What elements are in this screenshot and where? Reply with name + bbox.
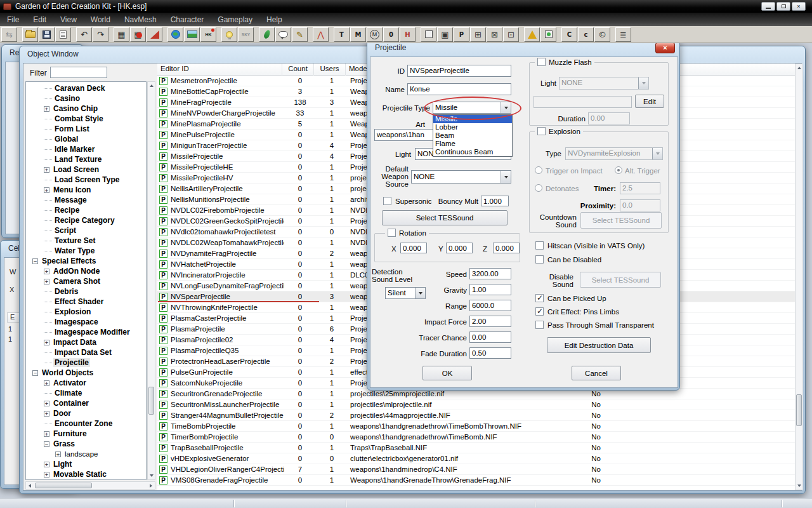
tree-item-load-screen-type[interactable]: Load Screen Type	[26, 175, 146, 185]
name-field[interactable]: Копье	[407, 83, 511, 95]
tree-horizontal-scrollbar[interactable]	[25, 481, 155, 490]
filter-zero-button[interactable]: 0	[383, 27, 399, 42]
can-be-disabled-checkbox[interactable]	[535, 255, 544, 264]
cube-green-button[interactable]	[540, 27, 556, 42]
filter-m-circle-button[interactable]: M	[367, 27, 383, 42]
redo-button[interactable]: ↷	[93, 27, 108, 42]
tree-item-caravan-deck[interactable]: Caravan Deck	[26, 83, 146, 93]
undo-button[interactable]: ↶	[76, 27, 92, 42]
close-button[interactable]: ×	[792, 2, 806, 11]
landscape-editing-button[interactable]	[184, 27, 200, 42]
cube-button[interactable]	[421, 27, 436, 42]
expand-icon[interactable]: +	[44, 187, 49, 193]
expand-icon[interactable]: +	[55, 451, 61, 457]
fade-duration-field[interactable]: 0.50	[469, 347, 511, 359]
ok-button[interactable]: OK	[422, 366, 472, 380]
expand-icon[interactable]: +	[44, 472, 49, 478]
list-button[interactable]: ≣	[615, 27, 631, 42]
rotation-x-field[interactable]: 0.000	[400, 243, 427, 253]
cube-x-button[interactable]: ⊠	[487, 27, 502, 42]
tree-item-imagespace[interactable]: Imagespace	[26, 317, 146, 327]
dialog-close-button[interactable]: ×	[655, 43, 675, 53]
option-flame[interactable]: Flame	[433, 140, 512, 148]
grass-button[interactable]	[259, 27, 275, 42]
rotation-y-field[interactable]: 0.000	[446, 243, 473, 253]
expand-icon[interactable]: +	[44, 411, 49, 417]
tree-item-furniture[interactable]: +Furniture	[26, 429, 146, 439]
table-vertical-scrollbar[interactable]	[795, 64, 803, 490]
speed-field[interactable]: 3200.00	[469, 268, 511, 279]
tree-item-land-texture[interactable]: Land Texture	[26, 154, 146, 164]
scroll-down-icon[interactable]	[148, 472, 155, 479]
filter-c-small-button[interactable]: c	[578, 27, 594, 42]
column-header-editor-id[interactable]: Editor ID	[157, 64, 282, 76]
tree-item-recipe-category[interactable]: Recipe Category	[26, 215, 146, 225]
tree-item-global[interactable]: Global	[26, 134, 146, 144]
collapse-icon[interactable]: −	[44, 441, 49, 447]
scroll-up-icon[interactable]	[796, 64, 802, 72]
tree-item-load-screen[interactable]: +Load Screen	[26, 164, 146, 175]
collapse-icon[interactable]: −	[32, 258, 38, 264]
tree-item-addon-node[interactable]: +AddOn Node	[26, 266, 146, 276]
menu-gameplay[interactable]: Gameplay	[211, 15, 259, 24]
tree-item-form-list[interactable]: Form List	[26, 124, 146, 134]
tree-item-combat-style[interactable]: Combat Style	[26, 114, 146, 124]
tree-item-climate[interactable]: Climate	[26, 388, 146, 398]
supersonic-checkbox[interactable]	[383, 197, 391, 205]
menu-character[interactable]: Character	[164, 15, 211, 24]
cone-button[interactable]	[524, 27, 540, 42]
tree-item-explosion[interactable]: Explosion	[26, 307, 146, 317]
open-file-button[interactable]	[22, 27, 38, 42]
tree-item-container[interactable]: +Container	[26, 398, 146, 408]
select-tessound-button[interactable]: Select TESSound	[382, 210, 508, 225]
version-control-button[interactable]: ⇆	[1, 27, 17, 42]
tracer-chance-field[interactable]: 0.00	[469, 331, 511, 343]
tree-item-impact-data-set[interactable]: Impact Data Set	[26, 347, 146, 358]
column-header-users[interactable]: Users	[314, 64, 346, 76]
tree-item-projectile[interactable]: Projectile	[26, 358, 146, 368]
tree-item-water-type[interactable]: Water Type	[26, 246, 146, 256]
tree-item-casino[interactable]: Casino	[26, 93, 146, 104]
filter-h-button[interactable]: H	[400, 27, 416, 42]
expand-icon[interactable]: +	[44, 106, 49, 112]
expand-icon[interactable]: +	[44, 279, 49, 284]
edit-destruction-data-button[interactable]: Edit Destruction Data	[547, 337, 651, 353]
column-header-count[interactable]: Count	[282, 64, 314, 76]
hitscan-checkbox[interactable]	[535, 241, 544, 250]
save-button[interactable]	[39, 27, 55, 42]
option-continuous-beam[interactable]: Continuous Beam	[433, 148, 512, 156]
menu-edit[interactable]: Edit	[26, 15, 53, 24]
expand-icon[interactable]: +	[44, 401, 49, 406]
tree-item-recipe[interactable]: Recipe	[26, 205, 146, 215]
table-row-stranger44magnumbulletprojectile[interactable]: PStranger44MagnumBulletProjectile02proje…	[157, 410, 795, 421]
option-lobber[interactable]: Lobber	[433, 123, 512, 131]
tree-item-idle-marker[interactable]: Idle Marker	[26, 144, 146, 154]
gravity-field[interactable]: 1.00	[469, 284, 511, 295]
expand-icon[interactable]: +	[44, 462, 49, 467]
tree-scroll-thumb-horizontal[interactable]	[35, 483, 92, 488]
tree-item-texture-set[interactable]: Texture Set	[26, 236, 146, 246]
bouncy-mult-field[interactable]: 1.000	[481, 196, 509, 206]
tree-scroll-thumb[interactable]	[148, 387, 154, 415]
run-havok-sim-button[interactable]: HK	[200, 27, 216, 42]
snap-to-angle-button[interactable]	[147, 27, 162, 42]
tree-item-world-objects[interactable]: −World Objects	[26, 368, 146, 378]
marker-p-button[interactable]: P	[454, 27, 469, 42]
tree-item-script[interactable]: Script	[26, 225, 146, 236]
rotation-z-field[interactable]: 0.000	[493, 243, 520, 253]
explosion-checkbox[interactable]	[537, 127, 546, 135]
cancel-button[interactable]: Cancel	[572, 366, 621, 380]
default-weapon-source-combo[interactable]: NONE	[411, 170, 511, 184]
expand-icon[interactable]: +	[44, 431, 49, 437]
menu-file[interactable]: File	[0, 15, 26, 24]
toggle-lights-button[interactable]	[221, 27, 237, 42]
tree-item-door[interactable]: +Door	[26, 408, 146, 418]
tree-item-encounter-zone[interactable]: Encounter Zone	[26, 418, 146, 429]
tree-item-casino-chip[interactable]: +Casino Chip	[26, 104, 146, 114]
edit-button[interactable]: Edit	[635, 95, 664, 108]
tree-item-camera-shot[interactable]: +Camera Shot	[26, 276, 146, 286]
option-beam[interactable]: Beam	[433, 131, 512, 140]
tree-item-grass[interactable]: −Grass	[26, 439, 146, 449]
tree-item-movable-static[interactable]: +Movable Static	[26, 469, 146, 479]
tree-item-landscape[interactable]: +landscape	[26, 449, 146, 459]
